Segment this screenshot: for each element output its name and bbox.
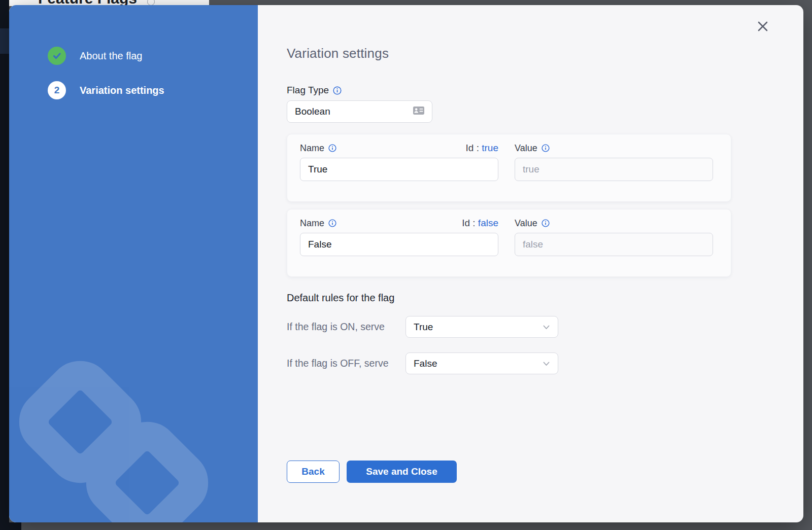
variation-value-input	[515, 158, 713, 181]
rule-on-label: If the flag is ON, serve	[287, 321, 405, 333]
flag-type-label: Flag Type	[287, 85, 329, 96]
flag-type-value: Boolean	[295, 106, 330, 117]
rule-off-select[interactable]: False	[405, 352, 558, 374]
name-label: Name	[300, 218, 324, 229]
step-about-the-flag[interactable]: About the flag	[9, 47, 258, 65]
variation-name-input[interactable]	[300, 233, 498, 256]
chevron-down-icon	[543, 359, 550, 368]
id-card-icon	[413, 105, 425, 118]
step-label: Variation settings	[80, 85, 164, 96]
app-sidebar-corner	[0, 522, 21, 530]
id-prefix: Id :	[466, 143, 479, 153]
wizard-sidebar: About the flag 2 Variation settings	[9, 5, 258, 522]
value-label: Value	[515, 218, 537, 229]
info-icon[interactable]	[328, 144, 336, 152]
value-label: Value	[515, 143, 537, 154]
variation-value-input	[515, 233, 713, 256]
modal-footer-buttons: Back Save and Close	[287, 461, 803, 483]
app-sidebar-rail	[0, 0, 9, 530]
flag-type-label-row: Flag Type	[287, 85, 803, 96]
variation-settings-panel: Variation settings Flag Type Boolean Nam…	[258, 5, 803, 522]
info-icon[interactable]	[542, 219, 550, 227]
id-value-link[interactable]: true	[482, 143, 498, 153]
step-label: About the flag	[80, 50, 142, 62]
flag-type-select[interactable]: Boolean	[287, 100, 432, 123]
variation-name-input[interactable]	[300, 158, 498, 181]
save-and-close-button[interactable]: Save and Close	[347, 461, 457, 483]
rule-off-value: False	[414, 358, 437, 369]
rule-on-select[interactable]: True	[405, 316, 558, 338]
variation-card-true: Name Id : true Value	[287, 134, 731, 202]
info-icon[interactable]	[333, 86, 342, 95]
name-label: Name	[300, 143, 324, 154]
create-flag-modal: About the flag 2 Variation settings Vari…	[9, 5, 803, 522]
rule-off-label: If the flag is OFF, serve	[287, 358, 405, 369]
step-number-badge: 2	[48, 81, 66, 99]
wizard-steps: About the flag 2 Variation settings	[9, 5, 258, 99]
id-value-link[interactable]: false	[478, 218, 498, 228]
id-prefix: Id :	[462, 218, 475, 228]
info-icon[interactable]	[542, 144, 550, 152]
rule-row-on: If the flag is ON, serve True	[287, 316, 803, 338]
rule-on-value: True	[414, 322, 433, 333]
check-icon	[48, 47, 66, 65]
chevron-down-icon	[543, 323, 550, 332]
info-icon[interactable]	[328, 219, 336, 227]
app-sidebar-selected-item	[0, 28, 9, 54]
panel-title: Variation settings	[287, 46, 803, 61]
back-button[interactable]: Back	[287, 461, 340, 483]
default-rules-title: Default rules for the flag	[287, 292, 803, 304]
step-variation-settings[interactable]: 2 Variation settings	[9, 81, 258, 99]
rule-row-off: If the flag is OFF, serve False	[287, 352, 803, 374]
close-icon[interactable]	[756, 19, 770, 33]
variation-card-false: Name Id : false Value	[287, 209, 731, 277]
